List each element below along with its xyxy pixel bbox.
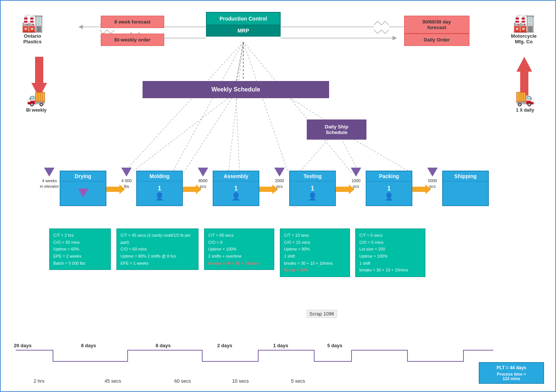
svg-line-7 bbox=[184, 92, 236, 172]
svg-line-6 bbox=[131, 92, 236, 172]
svg-marker-21 bbox=[393, 36, 397, 40]
info-assembly-breaks: breaks = 30 + 10 + 10mins bbox=[208, 260, 270, 267]
inv-before-packing: 1000pcs bbox=[351, 167, 361, 190]
inv-before-assembly: 8000pcs bbox=[198, 167, 208, 190]
day-forecast-box: 90/60/30 day forecast bbox=[404, 16, 469, 34]
days-8-1: 8 days bbox=[81, 343, 96, 348]
info-drying-uptime: Uptime = 60% bbox=[53, 246, 107, 253]
truck-left: 🚚 Bi weekly bbox=[26, 88, 47, 113]
scrap-label: Scrap 1096 bbox=[307, 310, 337, 318]
process-time-label: Process time = 122 mins bbox=[482, 372, 541, 381]
svg-line-1 bbox=[124, 42, 243, 172]
info-testing-breaks: breaks = 30 + 10 + 10mins bbox=[284, 260, 346, 267]
svg-line-22 bbox=[236, 43, 243, 82]
info-drying-co: C/O = 30 mins bbox=[53, 239, 107, 246]
info-molding-co: C/O = 60 mins bbox=[121, 246, 194, 253]
inv-label-1: 4 000lbs bbox=[121, 178, 132, 190]
inv-label-0: 4 weeksin elevator bbox=[40, 178, 59, 190]
time-45secs: 45 secs bbox=[104, 378, 121, 384]
weekly-schedule-box: Weekly Schedule bbox=[143, 81, 329, 98]
truck-right-label: 1 X daily bbox=[515, 108, 535, 113]
time-60secs: 60 secs bbox=[174, 378, 191, 384]
days-2: 2 days bbox=[217, 343, 232, 348]
process-assembly: Assembly 1 👤 bbox=[213, 171, 259, 206]
info-drying-epe: EPE = 2 weeks bbox=[53, 253, 107, 260]
info-packing-uptime: Uptime = 100% bbox=[359, 253, 421, 260]
timeline-svg bbox=[12, 346, 497, 371]
production-control-box: Production Control MRP bbox=[206, 12, 281, 37]
mrp-label: MRP bbox=[207, 25, 280, 36]
process-shipping: Shipping bbox=[442, 171, 489, 206]
factory-ontario-label: Ontario Plastics bbox=[21, 33, 44, 44]
info-packing-ct: C/T = 5 secs bbox=[359, 232, 421, 239]
svg-line-5 bbox=[243, 42, 352, 172]
info-drying: C/T = 2 hrs C/O = 30 mins Uptime = 60% E… bbox=[49, 228, 111, 270]
daily-order-box: Daily Order bbox=[404, 34, 469, 46]
info-assembly-shifts: 2 shifts + overtime bbox=[208, 253, 270, 260]
info-packing-co: C/O = 5 mins bbox=[359, 239, 421, 246]
process-packing-body: 1 👤 bbox=[366, 181, 412, 205]
info-drying-batch: Batch = 5 000 lbs bbox=[53, 260, 107, 267]
inv-before-drying: 4 weeksin elevator bbox=[40, 167, 59, 190]
process-assembly-body: 1 👤 bbox=[213, 181, 259, 205]
info-assembly: C/T = 60 secs C/O = 0 Uptime = 100% 2 sh… bbox=[204, 228, 274, 270]
process-drying-body bbox=[60, 181, 106, 205]
inv-label-3: 2000pcs bbox=[274, 178, 285, 190]
info-molding-ct: C/T = 45 secs (2 cavity mold/1/2 lb per … bbox=[121, 232, 194, 246]
process-molding: Molding 1 👤 bbox=[136, 171, 183, 206]
inv-before-molding: 4 000lbs bbox=[121, 167, 132, 190]
svg-line-0 bbox=[236, 42, 243, 87]
info-packing-lot: Lot size = 200 bbox=[359, 246, 421, 253]
info-assembly-co: C/O = 0 bbox=[208, 239, 270, 246]
info-testing-shift: 1 shift bbox=[284, 253, 346, 260]
info-assembly-ct: C/T = 60 secs bbox=[208, 232, 270, 239]
truck-left-label: Bi weekly bbox=[26, 108, 47, 113]
svg-line-2 bbox=[172, 42, 243, 172]
days-5: 5 days bbox=[327, 343, 342, 348]
inv-label-5: 5000pcs bbox=[427, 178, 438, 190]
truck-right: 🚚 1 X daily bbox=[515, 88, 535, 113]
production-control-label: Production Control bbox=[207, 13, 280, 25]
factory-motorcycle-label: Motorcycle Mfg. Co bbox=[511, 33, 537, 44]
days-20: 20 days bbox=[14, 343, 32, 348]
process-packing-header: Packing bbox=[366, 171, 412, 181]
days-1: 1 days bbox=[273, 343, 288, 348]
week-forecast-box: 8 week forecast bbox=[101, 16, 164, 28]
process-testing-body: 1 👤 bbox=[290, 181, 335, 205]
info-testing-co: C/O = 15 mins bbox=[284, 239, 346, 246]
info-assembly-uptime: Uptime = 100% bbox=[208, 246, 270, 253]
svg-line-8 bbox=[236, 92, 240, 172]
plt-label: PLT = 44 days bbox=[482, 365, 541, 370]
svg-line-4 bbox=[243, 42, 288, 172]
info-testing-ct: C/T = 10 sesc bbox=[284, 232, 346, 239]
biweekly-order-box: Bi-weekly order bbox=[101, 34, 164, 46]
process-drying-header: Drying bbox=[60, 171, 106, 181]
inv-before-shipping: 5000pcs bbox=[427, 167, 438, 190]
days-8-2: 8 days bbox=[156, 343, 171, 348]
info-molding-epe: EPE = 1 weeks bbox=[121, 260, 194, 267]
svg-line-3 bbox=[228, 42, 243, 172]
process-packing: Packing 1 👤 bbox=[366, 171, 412, 206]
inv-label-4: 1000pcs bbox=[351, 178, 361, 190]
process-shipping-header: Shipping bbox=[443, 171, 488, 181]
daily-ship-label: Daily Ship bbox=[325, 124, 349, 130]
time-2hrs: 2 hrs bbox=[34, 378, 44, 384]
process-molding-body: 1 👤 bbox=[137, 181, 182, 205]
info-packing-breaks: breaks = 30 + 10 + 10mins bbox=[359, 267, 421, 274]
daily-ship-box: Daily Ship Schedule bbox=[307, 119, 366, 140]
info-testing: C/T = 10 sesc C/O = 15 mins Uptime = 90%… bbox=[280, 228, 350, 277]
process-drying: Drying bbox=[60, 171, 106, 206]
info-packing: C/T = 5 secs C/O = 5 mins Lot size = 200… bbox=[355, 228, 425, 277]
inv-before-testing: 2000pcs bbox=[274, 167, 285, 190]
info-molding-uptime: Uptime = 80% 2 shifts @ 8 hrs bbox=[121, 253, 194, 260]
svg-marker-14 bbox=[78, 25, 83, 29]
process-molding-header: Molding bbox=[137, 171, 182, 181]
info-molding: C/T = 45 secs (2 cavity mold/1/2 lb per … bbox=[116, 228, 199, 270]
time-5secs: 5 secs bbox=[291, 378, 305, 384]
process-assembly-header: Assembly bbox=[213, 171, 259, 181]
inv-label-2: 8000pcs bbox=[198, 178, 208, 190]
daily-ship-label2: Schedule bbox=[326, 130, 347, 135]
time-10secs: 10 secs bbox=[232, 378, 249, 384]
process-testing-header: Testing bbox=[290, 171, 335, 181]
info-drying-ct: C/T = 2 hrs bbox=[53, 232, 107, 239]
